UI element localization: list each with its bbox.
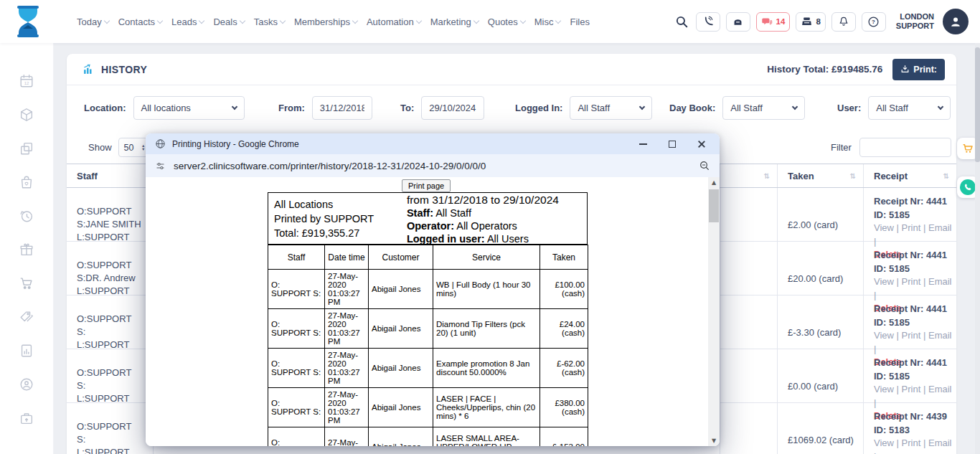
case-icon[interactable] [19, 410, 34, 426]
chevron-down-icon [639, 104, 645, 110]
view-link[interactable]: View [874, 330, 894, 341]
chevron-down-icon [280, 17, 286, 23]
table-filter-input[interactable] [859, 138, 951, 157]
scroll-up-icon[interactable]: ▲ [708, 179, 720, 186]
popup-title-bar[interactable]: Printing History - Google Chrome [146, 133, 720, 154]
sort-icon[interactable]: ⇅ [943, 172, 949, 180]
cart-icon[interactable] [19, 275, 34, 291]
email-link[interactable]: Email [928, 384, 952, 394]
page-scrollbar[interactable] [975, 43, 980, 454]
email-link[interactable]: Email [928, 330, 952, 341]
help-icon: ? [867, 16, 880, 28]
email-link[interactable]: Email [928, 438, 952, 448]
site-settings-icon[interactable] [155, 161, 166, 171]
popup-url-bar[interactable]: server2.clinicsoftware.com/printer/histo… [146, 154, 720, 177]
chat-button[interactable]: 14 [756, 12, 791, 32]
doc-row: O: SUPPORT S:27-May-2020 01:03:27 PM Abi… [268, 388, 588, 427]
print-link[interactable]: Print [902, 222, 921, 233]
nav-marketing[interactable]: Marketing [429, 14, 480, 30]
cash-register-icon [801, 16, 813, 28]
show-entries: Show 50 ▲▼ [88, 138, 151, 157]
maximize-icon[interactable] [669, 141, 676, 148]
popup-url[interactable]: server2.clinicsoftware.com/printer/histo… [174, 161, 486, 171]
location-select[interactable]: All locations [133, 96, 245, 120]
from-date-input[interactable] [312, 96, 372, 120]
search-icon[interactable] [675, 15, 689, 29]
package-icon[interactable] [19, 107, 34, 123]
popup-scrollbar[interactable]: ▲ ▼ [708, 177, 720, 446]
help-button[interactable]: ? [862, 12, 886, 32]
scrollbar-thumb[interactable] [709, 189, 719, 222]
nav-today[interactable]: Today [75, 14, 110, 30]
chrome-popup-window: Printing History - Google Chrome server2… [146, 133, 720, 446]
minimize-icon[interactable] [639, 143, 647, 145]
sort-icon[interactable]: ⇅ [850, 172, 856, 180]
close-icon[interactable] [697, 140, 706, 148]
print-link[interactable]: Print [902, 384, 921, 394]
popup-content: Print page All Locations Printed by SUPP… [146, 177, 720, 446]
print-link[interactable]: Print [902, 276, 921, 287]
clinicsoftware-logo[interactable] [14, 5, 42, 38]
nav-tasks[interactable]: Tasks [253, 14, 286, 30]
email-link[interactable]: Email [928, 222, 952, 233]
gift-icon[interactable] [19, 242, 34, 257]
to-filter: To: [400, 96, 484, 120]
chat-count-badge: 14 [776, 17, 786, 26]
column-taken: Taken⇅ [777, 164, 863, 187]
calendar-icon[interactable]: 12 [19, 73, 34, 89]
to-date-input[interactable] [421, 96, 484, 120]
view-link[interactable]: View [874, 276, 894, 287]
nav-contacts[interactable]: Contacts [117, 14, 164, 30]
chevron-down-icon [103, 17, 109, 23]
day-book-select[interactable]: All Staff [722, 96, 805, 120]
doc-row: O: SUPPORT S:27-May-2020 01:03:27 PM Abi… [268, 309, 588, 349]
scroll-down-icon[interactable]: ▼ [708, 438, 720, 444]
email-link[interactable]: Email [928, 276, 952, 287]
print-link[interactable]: Print [902, 438, 921, 448]
tags-icon[interactable] [19, 309, 34, 325]
notifications-button[interactable] [831, 12, 856, 32]
copy-icon[interactable] [19, 141, 34, 156]
column-receipt: Receipt⇅ [863, 164, 956, 187]
phone-icon [702, 16, 714, 27]
user-select[interactable]: All Staff [868, 96, 951, 120]
nav-deals[interactable]: Deals [212, 14, 245, 30]
chevron-down-icon [792, 104, 798, 110]
phone-button[interactable] [696, 12, 720, 32]
column-staff: Staff [67, 164, 153, 187]
avatar[interactable] [943, 9, 969, 34]
nav-files[interactable]: Files [568, 14, 590, 30]
chevron-down-icon [473, 17, 479, 23]
doc-printed-by: Printed by SUPPORT [274, 212, 405, 226]
inbox-button[interactable] [726, 12, 750, 32]
zoom-out-icon[interactable] [699, 160, 710, 171]
nav-leads[interactable]: Leads [170, 14, 205, 30]
view-link[interactable]: View [874, 222, 894, 233]
account-name: LONDON SUPPORT [896, 12, 934, 31]
phone-icon [960, 179, 976, 195]
doc-period: from 31/12/2018 to 29/10/2024 [407, 194, 587, 207]
nav-memberships[interactable]: Memberships [293, 14, 359, 30]
print-link[interactable]: Print [902, 330, 921, 341]
nav-quotes[interactable]: Quotes [486, 14, 527, 30]
page-scrollbar-thumb[interactable] [975, 47, 980, 162]
nav-misc[interactable]: Misc [533, 14, 562, 30]
support-icon[interactable] [19, 377, 34, 392]
document-header: All Locations Printed by SUPPORT Total: … [268, 192, 588, 245]
logged-in-select[interactable]: All Staff [570, 96, 652, 120]
sort-icon[interactable]: ⇅ [764, 172, 770, 180]
from-filter: From: [278, 96, 372, 120]
chevron-down-icon [157, 17, 163, 23]
report-icon[interactable] [19, 343, 34, 359]
view-link[interactable]: View [874, 438, 894, 448]
chevron-down-icon [519, 17, 525, 23]
print-button[interactable]: Print: [892, 59, 945, 80]
print-page-button[interactable]: Print page [402, 179, 451, 192]
view-link[interactable]: View [874, 384, 894, 394]
history-icon[interactable] [19, 208, 34, 224]
shop-bag-icon[interactable] [19, 174, 34, 190]
document-table: Staff Date time Customer Service Taken O… [268, 245, 588, 446]
nav-automation[interactable]: Automation [365, 14, 423, 30]
history-total: History Total: £919485.76 [767, 64, 882, 75]
register-button[interactable]: 8 [796, 12, 825, 32]
